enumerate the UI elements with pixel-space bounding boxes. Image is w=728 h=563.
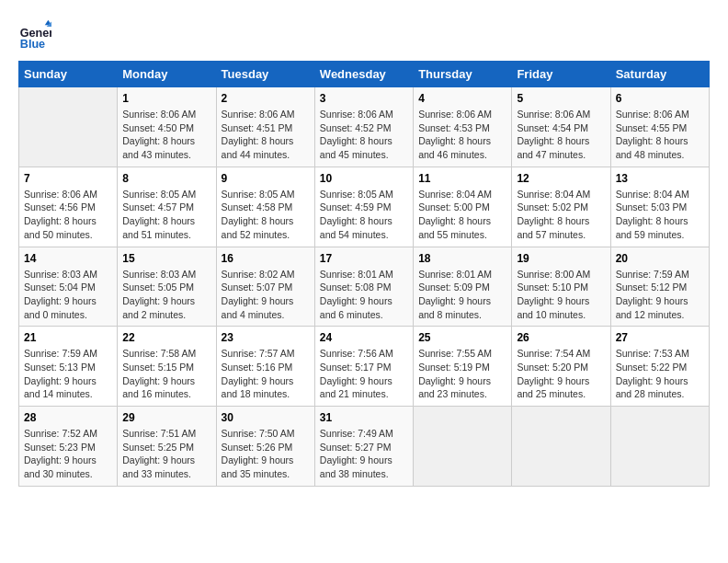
calendar-cell: 13Sunrise: 8:04 AMSunset: 5:03 PMDayligh… xyxy=(610,167,709,247)
calendar-cell: 26Sunrise: 7:54 AMSunset: 5:20 PMDayligh… xyxy=(512,327,610,407)
calendar-cell: 24Sunrise: 7:56 AMSunset: 5:17 PMDayligh… xyxy=(314,327,413,407)
day-number: 19 xyxy=(517,252,605,265)
calendar-cell: 12Sunrise: 8:04 AMSunset: 5:02 PMDayligh… xyxy=(512,167,610,247)
day-info: Sunrise: 7:50 AMSunset: 5:26 PMDaylight:… xyxy=(222,427,310,481)
week-row-4: 21Sunrise: 7:59 AMSunset: 5:13 PMDayligh… xyxy=(19,327,710,407)
calendar-cell: 27Sunrise: 7:53 AMSunset: 5:22 PMDayligh… xyxy=(610,327,709,407)
calendar-cell: 7Sunrise: 8:06 AMSunset: 4:56 PMDaylight… xyxy=(19,167,118,247)
day-number: 10 xyxy=(320,172,408,185)
day-number: 26 xyxy=(517,331,605,344)
day-info: Sunrise: 8:06 AMSunset: 4:54 PMDaylight:… xyxy=(517,108,605,162)
day-info: Sunrise: 8:04 AMSunset: 5:02 PMDaylight:… xyxy=(517,188,605,242)
day-number: 22 xyxy=(122,331,210,344)
day-info: Sunrise: 8:03 AMSunset: 5:05 PMDaylight:… xyxy=(122,268,210,322)
calendar-cell: 16Sunrise: 8:02 AMSunset: 5:07 PMDayligh… xyxy=(216,247,314,327)
calendar-cell: 30Sunrise: 7:50 AMSunset: 5:26 PMDayligh… xyxy=(216,407,314,487)
logo-icon: General Blue xyxy=(18,18,51,52)
calendar-cell: 3Sunrise: 8:06 AMSunset: 4:52 PMDaylight… xyxy=(314,87,413,167)
calendar-cell: 9Sunrise: 8:05 AMSunset: 4:58 PMDaylight… xyxy=(216,167,314,247)
day-number: 6 xyxy=(616,92,704,105)
day-number: 11 xyxy=(418,172,506,185)
day-info: Sunrise: 8:01 AMSunset: 5:08 PMDaylight:… xyxy=(320,268,408,322)
calendar-cell: 19Sunrise: 8:00 AMSunset: 5:10 PMDayligh… xyxy=(512,247,610,327)
header-row: SundayMondayTuesdayWednesdayThursdayFrid… xyxy=(19,62,710,87)
day-info: Sunrise: 7:55 AMSunset: 5:19 PMDaylight:… xyxy=(418,347,506,401)
day-info: Sunrise: 7:54 AMSunset: 5:20 PMDaylight:… xyxy=(517,347,605,401)
calendar-cell: 18Sunrise: 8:01 AMSunset: 5:09 PMDayligh… xyxy=(414,247,512,327)
day-info: Sunrise: 7:59 AMSunset: 5:12 PMDaylight:… xyxy=(616,268,704,322)
day-info: Sunrise: 8:05 AMSunset: 4:57 PMDaylight:… xyxy=(122,188,210,242)
calendar-cell: 20Sunrise: 7:59 AMSunset: 5:12 PMDayligh… xyxy=(610,247,709,327)
calendar-cell xyxy=(414,407,512,487)
day-header-wednesday: Wednesday xyxy=(314,62,413,87)
day-header-monday: Monday xyxy=(118,62,216,87)
day-number: 5 xyxy=(517,92,605,105)
calendar-cell xyxy=(610,407,709,487)
day-info: Sunrise: 7:49 AMSunset: 5:27 PMDaylight:… xyxy=(320,427,408,481)
svg-text:Blue: Blue xyxy=(20,38,45,51)
calendar-cell: 15Sunrise: 8:03 AMSunset: 5:05 PMDayligh… xyxy=(118,247,216,327)
day-info: Sunrise: 7:56 AMSunset: 5:17 PMDaylight:… xyxy=(320,347,408,401)
day-number: 4 xyxy=(418,92,506,105)
calendar-cell: 2Sunrise: 8:06 AMSunset: 4:51 PMDaylight… xyxy=(216,87,314,167)
calendar-cell: 22Sunrise: 7:58 AMSunset: 5:15 PMDayligh… xyxy=(118,327,216,407)
day-info: Sunrise: 7:59 AMSunset: 5:13 PMDaylight:… xyxy=(24,347,112,401)
day-info: Sunrise: 7:51 AMSunset: 5:25 PMDaylight:… xyxy=(122,427,210,481)
day-info: Sunrise: 8:06 AMSunset: 4:52 PMDaylight:… xyxy=(320,108,408,162)
day-number: 16 xyxy=(222,252,310,265)
calendar-cell: 29Sunrise: 7:51 AMSunset: 5:25 PMDayligh… xyxy=(118,407,216,487)
calendar-cell xyxy=(512,407,610,487)
calendar-cell: 25Sunrise: 7:55 AMSunset: 5:19 PMDayligh… xyxy=(414,327,512,407)
day-info: Sunrise: 8:01 AMSunset: 5:09 PMDaylight:… xyxy=(418,268,506,322)
day-info: Sunrise: 7:58 AMSunset: 5:15 PMDaylight:… xyxy=(122,347,210,401)
day-info: Sunrise: 7:53 AMSunset: 5:22 PMDaylight:… xyxy=(616,347,704,401)
day-header-sunday: Sunday xyxy=(19,62,118,87)
day-info: Sunrise: 8:02 AMSunset: 5:07 PMDaylight:… xyxy=(222,268,310,322)
day-info: Sunrise: 8:04 AMSunset: 5:00 PMDaylight:… xyxy=(418,188,506,242)
day-number: 1 xyxy=(122,92,210,105)
day-header-saturday: Saturday xyxy=(610,62,709,87)
day-number: 21 xyxy=(24,331,112,344)
day-info: Sunrise: 8:05 AMSunset: 4:58 PMDaylight:… xyxy=(222,188,310,242)
calendar-cell xyxy=(19,87,118,167)
calendar-table: SundayMondayTuesdayWednesdayThursdayFrid… xyxy=(18,61,710,487)
day-header-friday: Friday xyxy=(512,62,610,87)
day-info: Sunrise: 8:06 AMSunset: 4:51 PMDaylight:… xyxy=(222,108,310,162)
calendar-cell: 17Sunrise: 8:01 AMSunset: 5:08 PMDayligh… xyxy=(314,247,413,327)
day-number: 25 xyxy=(418,331,506,344)
day-info: Sunrise: 8:00 AMSunset: 5:10 PMDaylight:… xyxy=(517,268,605,322)
calendar-cell: 14Sunrise: 8:03 AMSunset: 5:04 PMDayligh… xyxy=(19,247,118,327)
day-info: Sunrise: 8:06 AMSunset: 4:50 PMDaylight:… xyxy=(122,108,210,162)
day-info: Sunrise: 7:52 AMSunset: 5:23 PMDaylight:… xyxy=(24,427,112,481)
day-info: Sunrise: 8:06 AMSunset: 4:55 PMDaylight:… xyxy=(616,108,704,162)
day-number: 3 xyxy=(320,92,408,105)
logo: General Blue xyxy=(18,18,51,52)
day-header-tuesday: Tuesday xyxy=(216,62,314,87)
week-row-1: 1Sunrise: 8:06 AMSunset: 4:50 PMDaylight… xyxy=(19,87,710,167)
day-number: 23 xyxy=(222,331,310,344)
week-row-5: 28Sunrise: 7:52 AMSunset: 5:23 PMDayligh… xyxy=(19,407,710,487)
day-header-thursday: Thursday xyxy=(414,62,512,87)
calendar-cell: 10Sunrise: 8:05 AMSunset: 4:59 PMDayligh… xyxy=(314,167,413,247)
day-number: 27 xyxy=(616,331,704,344)
day-number: 15 xyxy=(122,252,210,265)
day-number: 30 xyxy=(222,411,310,424)
day-number: 31 xyxy=(320,411,408,424)
calendar-cell: 23Sunrise: 7:57 AMSunset: 5:16 PMDayligh… xyxy=(216,327,314,407)
day-number: 12 xyxy=(517,172,605,185)
day-number: 17 xyxy=(320,252,408,265)
day-number: 18 xyxy=(418,252,506,265)
day-number: 29 xyxy=(122,411,210,424)
day-number: 7 xyxy=(24,172,112,185)
day-info: Sunrise: 8:06 AMSunset: 4:56 PMDaylight:… xyxy=(24,188,112,242)
calendar-cell: 8Sunrise: 8:05 AMSunset: 4:57 PMDaylight… xyxy=(118,167,216,247)
day-number: 13 xyxy=(616,172,704,185)
day-info: Sunrise: 7:57 AMSunset: 5:16 PMDaylight:… xyxy=(222,347,310,401)
calendar-cell: 31Sunrise: 7:49 AMSunset: 5:27 PMDayligh… xyxy=(314,407,413,487)
calendar-cell: 1Sunrise: 8:06 AMSunset: 4:50 PMDaylight… xyxy=(118,87,216,167)
week-row-3: 14Sunrise: 8:03 AMSunset: 5:04 PMDayligh… xyxy=(19,247,710,327)
calendar-cell: 28Sunrise: 7:52 AMSunset: 5:23 PMDayligh… xyxy=(19,407,118,487)
day-number: 20 xyxy=(616,252,704,265)
day-info: Sunrise: 8:05 AMSunset: 4:59 PMDaylight:… xyxy=(320,188,408,242)
calendar-cell: 21Sunrise: 7:59 AMSunset: 5:13 PMDayligh… xyxy=(19,327,118,407)
